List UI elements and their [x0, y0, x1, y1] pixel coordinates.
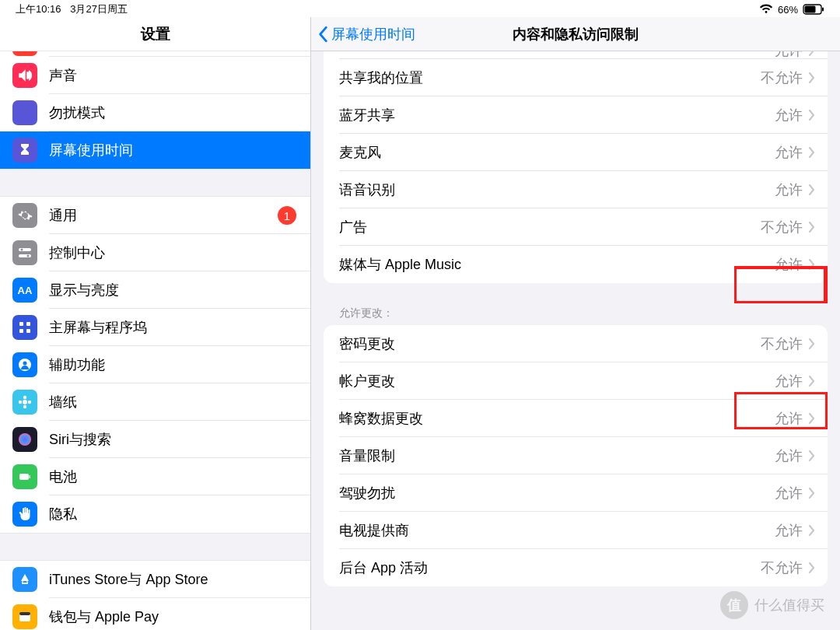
- svg-point-6: [27, 255, 30, 257]
- svg-point-13: [23, 362, 27, 366]
- sidebar-item-screentime[interactable]: 屏幕使用时间: [0, 131, 310, 169]
- sidebar-item-sound[interactable]: 声音: [0, 57, 310, 94]
- sidebar-item-label: iTunes Store与 App Store: [49, 570, 298, 589]
- detail-title: 内容和隐私访问限制: [513, 25, 639, 44]
- svg-text:A: A: [22, 574, 28, 585]
- detail-row-share-location[interactable]: 共享我的位置不允许: [324, 59, 828, 96]
- switches-icon: [12, 240, 37, 265]
- badge: 1: [278, 206, 296, 225]
- svg-rect-4: [19, 254, 31, 257]
- sidebar-item-label: 控制中心: [49, 243, 298, 262]
- sidebar-item-label: 勿扰模式: [49, 103, 298, 122]
- detail-row-microphone[interactable]: 麦克风允许: [324, 134, 828, 171]
- detail-row-label: 麦克风: [339, 143, 775, 162]
- chevron-right-icon: [809, 413, 815, 424]
- svg-point-15: [23, 396, 26, 399]
- watermark-badge: 值: [720, 591, 748, 619]
- svg-point-5: [21, 249, 23, 251]
- detail-row-volume-limit[interactable]: 音量限制允许: [324, 437, 828, 474]
- chevron-right-icon: [809, 488, 815, 499]
- appstore-icon: A: [12, 567, 37, 592]
- aa-icon: AA: [12, 278, 37, 303]
- sidebar-item-control-center[interactable]: 控制中心: [0, 234, 310, 271]
- status-date: 3月27日周五: [70, 3, 128, 15]
- sidebar-item-dnd[interactable]: 勿扰模式: [0, 94, 310, 131]
- back-label: 屏幕使用时间: [331, 25, 415, 44]
- detail-row-photos-cut[interactable]: 允许: [324, 51, 828, 59]
- moon-icon: [12, 100, 37, 125]
- sidebar-item-label: 电池: [49, 467, 298, 486]
- svg-rect-10: [19, 329, 23, 333]
- battery-icon: [803, 4, 824, 15]
- chevron-right-icon: [809, 72, 815, 83]
- detail-pane: 屏幕使用时间 内容和隐私访问限制 允许共享我的位置不允许蓝牙共享允许麦克风允许语…: [311, 17, 840, 630]
- detail-row-cellular[interactable]: 蜂窝数据更改允许: [324, 400, 828, 437]
- detail-row-value: 不允许: [761, 218, 803, 236]
- svg-rect-1: [805, 6, 816, 13]
- detail-row-label: 帐户更改: [339, 372, 775, 390]
- detail-row-ads[interactable]: 广告不允许: [324, 208, 828, 246]
- sound-icon: [12, 63, 37, 88]
- detail-row-background-app[interactable]: 后台 App 活动不允许: [324, 549, 828, 586]
- svg-rect-8: [19, 322, 23, 326]
- sidebar-item-privacy[interactable]: 隐私: [0, 495, 310, 533]
- chevron-right-icon: [809, 376, 815, 387]
- svg-rect-2: [822, 8, 824, 12]
- status-left: 上午10:16 3月27日周五: [16, 2, 134, 16]
- chevron-right-icon: [809, 338, 815, 349]
- grid-icon: [12, 315, 37, 340]
- sidebar-item-accessibility[interactable]: 辅助功能: [0, 346, 310, 383]
- sidebar-item-home-screen[interactable]: 主屏幕与程序坞: [0, 309, 310, 346]
- sidebar-item-wallpaper[interactable]: 墙纸: [0, 383, 310, 421]
- sidebar-item-label: 墙纸: [49, 393, 298, 411]
- back-button[interactable]: 屏幕使用时间: [317, 17, 415, 51]
- sidebar-item-label: 显示与亮度: [49, 281, 298, 299]
- settings-sidebar: 设置 声音勿扰模式屏幕使用时间通用1控制中心AA显示与亮度主屏幕与程序坞辅助功能…: [0, 17, 311, 630]
- sidebar-item-wallet[interactable]: 钱包与 Apple Pay: [0, 598, 310, 630]
- detail-row-tv-provider[interactable]: 电视提供商允许: [324, 512, 828, 549]
- detail-row-label: 语音识别: [339, 180, 775, 199]
- sidebar-item-battery[interactable]: 电池: [0, 458, 310, 495]
- detail-row-value: 不允许: [761, 334, 803, 353]
- sidebar-item-display[interactable]: AA显示与亮度: [0, 271, 310, 309]
- detail-row-value: 不允许: [761, 68, 803, 87]
- chevron-right-icon: [809, 525, 815, 536]
- svg-rect-3: [19, 248, 31, 251]
- sidebar-item-label: 声音: [49, 66, 298, 85]
- detail-row-value: 允许: [775, 446, 803, 465]
- sidebar-item-label: 主屏幕与程序坞: [49, 318, 298, 337]
- svg-rect-20: [19, 474, 29, 480]
- blank-icon: [12, 51, 37, 56]
- detail-row-label: 蓝牙共享: [339, 106, 775, 124]
- detail-row-media-apple-music[interactable]: 媒体与 Apple Music允许: [324, 246, 828, 283]
- sidebar-item-general[interactable]: 通用1: [0, 197, 310, 234]
- chevron-right-icon: [809, 259, 815, 270]
- detail-row-value: 允许: [775, 372, 803, 390]
- detail-row-label: 蜂窝数据更改: [339, 409, 775, 428]
- detail-row-value: 允许: [775, 409, 803, 428]
- status-time: 上午10:16: [16, 3, 61, 15]
- status-bar: 上午10:16 3月27日周五 66%: [0, 0, 840, 17]
- detail-row-label: 电视提供商: [339, 521, 775, 540]
- svg-rect-24: [19, 612, 30, 615]
- detail-row-value: 允许: [775, 484, 803, 502]
- svg-rect-9: [26, 322, 30, 326]
- detail-row-speech[interactable]: 语音识别允许: [324, 171, 828, 208]
- sidebar-item-top-cut[interactable]: [0, 51, 310, 57]
- detail-row-passcode[interactable]: 密码更改不允许: [324, 325, 828, 362]
- chevron-right-icon: [809, 450, 815, 461]
- detail-row-value: 允许: [775, 255, 803, 274]
- svg-point-19: [19, 433, 31, 446]
- detail-row-driving[interactable]: 驾驶勿扰允许: [324, 474, 828, 512]
- detail-row-account[interactable]: 帐户更改允许: [324, 362, 828, 400]
- sidebar-item-label: 隐私: [49, 505, 298, 523]
- detail-row-label: 后台 App 活动: [339, 558, 761, 577]
- detail-row-bluetooth-share[interactable]: 蓝牙共享允许: [324, 96, 828, 134]
- sidebar-item-siri[interactable]: Siri与搜索: [0, 421, 310, 458]
- sidebar-item-itunes[interactable]: AiTunes Store与 App Store: [0, 561, 310, 598]
- sidebar-title: 设置: [0, 17, 310, 51]
- detail-row-label: 媒体与 Apple Music: [339, 255, 775, 274]
- chevron-right-icon: [809, 562, 815, 573]
- battery-icon: [12, 464, 37, 489]
- detail-row-label: 音量限制: [339, 446, 775, 465]
